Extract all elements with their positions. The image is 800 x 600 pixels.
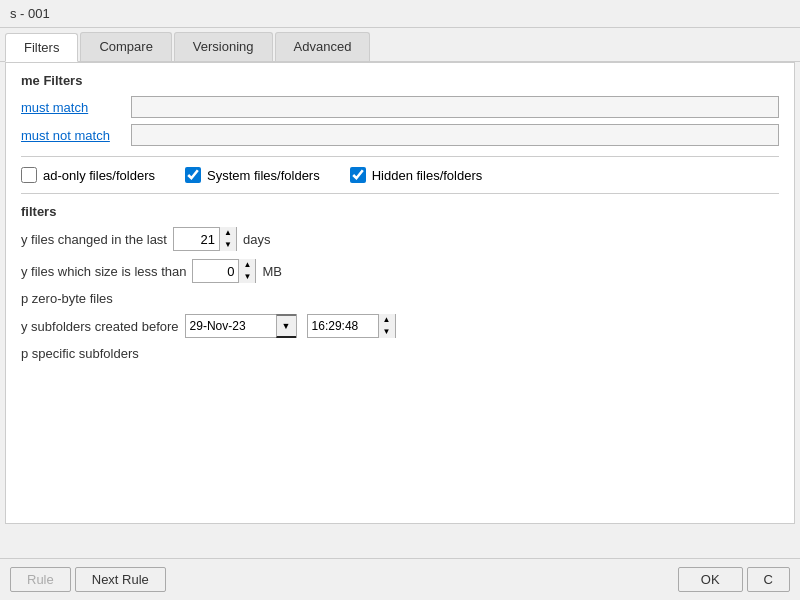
skip-zero-label: p zero-byte files <box>21 291 113 306</box>
ok-button[interactable]: OK <box>678 567 743 592</box>
tab-advanced[interactable]: Advanced <box>275 32 371 61</box>
must-not-match-input[interactable] <box>131 124 779 146</box>
hidden-files-checkbox-item[interactable]: Hidden files/folders <box>350 167 483 183</box>
time-filters-title: filters <box>21 204 56 219</box>
readonly-checkbox[interactable] <box>21 167 37 183</box>
system-files-checkbox-item[interactable]: System files/folders <box>185 167 320 183</box>
skip-specific-row: p specific subfolders <box>21 346 779 361</box>
divider-1 <box>21 156 779 157</box>
divider-2 <box>21 193 779 194</box>
size-row: y files which size is less than ▲ ▼ MB <box>21 259 779 283</box>
name-filters-section: me Filters must match must not match <box>21 73 779 146</box>
system-files-label: System files/folders <box>207 168 320 183</box>
mb-label: MB <box>262 264 282 279</box>
system-files-checkbox[interactable] <box>185 167 201 183</box>
hidden-files-checkbox[interactable] <box>350 167 366 183</box>
time-spin-buttons: ▲ ▼ <box>378 314 395 338</box>
size-input[interactable] <box>193 262 238 281</box>
tab-filters[interactable]: Filters <box>5 33 78 62</box>
changed-days-spinner: ▲ ▼ <box>173 227 237 251</box>
next-rule-button[interactable]: Next Rule <box>75 567 166 592</box>
footer-left: Rule Next Rule <box>10 567 166 592</box>
must-match-link[interactable]: must match <box>21 100 131 115</box>
time-down-btn[interactable]: ▼ <box>379 326 395 338</box>
must-not-match-link[interactable]: must not match <box>21 128 131 143</box>
changed-days-row: y files changed in the last ▲ ▼ days <box>21 227 779 251</box>
size-spin-buttons: ▲ ▼ <box>238 259 255 283</box>
date-dropdown-btn[interactable]: ▼ <box>276 314 296 338</box>
date-input[interactable] <box>186 317 276 335</box>
size-spinner: ▲ ▼ <box>192 259 256 283</box>
size-up-btn[interactable]: ▲ <box>239 259 255 271</box>
subfolders-date-row: y subfolders created before ▼ ▲ ▼ <box>21 314 779 338</box>
changed-days-label: y files changed in the last <box>21 232 167 247</box>
time-input[interactable] <box>308 317 378 335</box>
readonly-label: ad-only files/folders <box>43 168 155 183</box>
skip-zero-row: p zero-byte files <box>21 291 779 306</box>
prev-rule-button[interactable]: Rule <box>10 567 71 592</box>
changed-days-spin-buttons: ▲ ▼ <box>219 227 236 251</box>
days-label: days <box>243 232 270 247</box>
main-content: me Filters must match must not match ad-… <box>5 62 795 524</box>
tab-versioning[interactable]: Versioning <box>174 32 273 61</box>
skip-specific-label: p specific subfolders <box>21 346 139 361</box>
hidden-files-label: Hidden files/folders <box>372 168 483 183</box>
changed-days-up-btn[interactable]: ▲ <box>220 227 236 239</box>
time-input-wrap: ▲ ▼ <box>307 314 396 338</box>
footer-right: OK C <box>678 567 790 592</box>
date-input-wrap: ▼ <box>185 314 297 338</box>
changed-days-input[interactable] <box>174 230 219 249</box>
name-filters-title: me Filters <box>21 73 82 88</box>
must-match-input[interactable] <box>131 96 779 118</box>
attribute-filters-section: ad-only files/folders System files/folde… <box>21 167 779 183</box>
size-down-btn[interactable]: ▼ <box>239 271 255 283</box>
readonly-checkbox-item[interactable]: ad-only files/folders <box>21 167 155 183</box>
size-label: y files which size is less than <box>21 264 186 279</box>
tab-compare[interactable]: Compare <box>80 32 171 61</box>
cancel-button[interactable]: C <box>747 567 790 592</box>
title-bar: s - 001 <box>0 0 800 28</box>
footer: Rule Next Rule OK C <box>0 558 800 600</box>
subfolders-label: y subfolders created before <box>21 319 179 334</box>
time-up-btn[interactable]: ▲ <box>379 314 395 326</box>
tabs-bar: Filters Compare Versioning Advanced <box>0 28 800 62</box>
time-filters-section: filters y files changed in the last ▲ ▼ … <box>21 204 779 361</box>
changed-days-down-btn[interactable]: ▼ <box>220 239 236 251</box>
